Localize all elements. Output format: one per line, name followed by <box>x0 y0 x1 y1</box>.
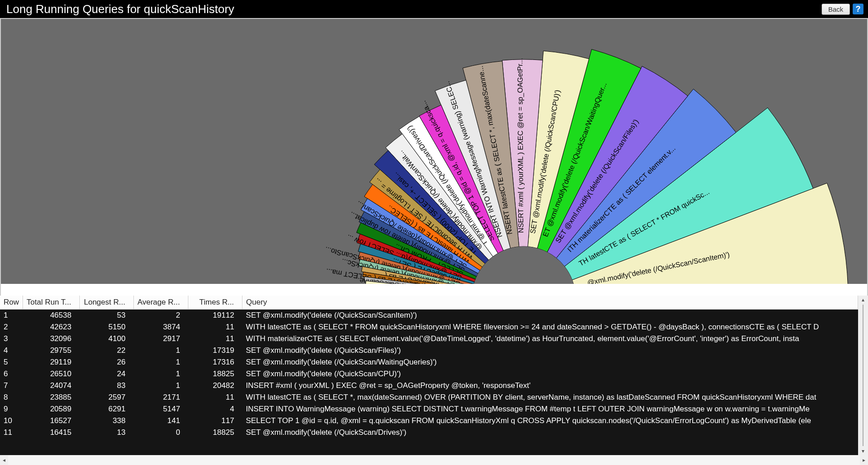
cell-num: 338 <box>79 415 133 427</box>
cell-num: 1 <box>133 356 188 368</box>
cell-num: 26510 <box>23 368 80 380</box>
cell-query: INSERT #xml ( yourXML ) EXEC @ret = sp_O… <box>242 380 858 392</box>
cell-num: 117 <box>188 415 242 427</box>
cell-query: SET @xml.modify('delete (/QuickScan/Scan… <box>242 310 858 322</box>
fan-slice-label: NSERT #xml ( yourXML ) EXEC @ret = sp_OA… <box>516 58 525 233</box>
table-row[interactable]: 111641513018825SET @xml.modify('delete (… <box>0 427 858 438</box>
cell-num: 46538 <box>23 310 80 322</box>
back-button[interactable]: Back <box>822 4 850 15</box>
column-header[interactable]: Query <box>242 296 858 310</box>
column-header[interactable]: Longest R... <box>79 296 133 310</box>
cell-num: 5150 <box>79 321 133 333</box>
cell-num: 83 <box>79 380 133 392</box>
cell-num: 53 <box>79 310 133 322</box>
cell-num: 11 <box>188 392 242 403</box>
cell-num: 4 <box>0 345 23 356</box>
table-row[interactable]: 1016527338141117SELECT TOP 1 @id = q.id,… <box>0 415 858 427</box>
cell-num: 6 <box>0 368 23 380</box>
cell-num: 5 <box>0 356 23 368</box>
scroll-track[interactable] <box>8 455 860 465</box>
help-icon[interactable]: ? <box>853 4 863 14</box>
cell-query: WITH latestCTE as ( SELECT * FROM quickS… <box>242 321 858 333</box>
cell-num: 2597 <box>79 392 133 403</box>
table-head: RowTotal Run T...Longest R...Average R..… <box>0 296 858 310</box>
table-row[interactable]: 3320964100291711WITH materializerCTE as … <box>0 333 858 345</box>
cell-num: 2171 <box>133 392 188 403</box>
cell-num: 19112 <box>188 310 242 322</box>
cell-num: 29119 <box>23 356 80 368</box>
cell-query: SELECT TOP 1 @id = q.id, @xml = q.quicks… <box>242 415 858 427</box>
table-row[interactable]: 8238852597217111WITH latestCTE as ( SELE… <box>0 392 858 403</box>
cell-num: 6291 <box>79 403 133 415</box>
cell-num: 20482 <box>188 380 242 392</box>
vertical-scrollbar[interactable]: ▴ ▾ <box>858 296 868 455</box>
cell-num: 10 <box>0 415 23 427</box>
table-body: 14653853219112SET @xml.modify('delete (/… <box>0 310 858 439</box>
cell-num: 24 <box>79 368 133 380</box>
cell-num: 22 <box>79 345 133 356</box>
table-row[interactable]: 14653853219112SET @xml.modify('delete (/… <box>0 310 858 322</box>
cell-query: WITH latestCTE as ( SELECT *, max(dateSc… <box>242 392 858 403</box>
cell-num: 29755 <box>23 345 80 356</box>
cell-num: 24074 <box>23 380 80 392</box>
cell-num: 4100 <box>79 333 133 345</box>
cell-num: 11 <box>188 321 242 333</box>
column-header[interactable]: Row <box>0 296 23 310</box>
header-actions: Back ? <box>822 4 863 15</box>
scroll-left-arrow[interactable]: ◂ <box>0 457 8 463</box>
cell-num: 2917 <box>133 333 188 345</box>
table-row[interactable]: 62651024118825SET @xml.modify('delete (/… <box>0 368 858 380</box>
cell-num: 13 <box>79 427 133 438</box>
title-bar: Long Running Queries for quickScanHistor… <box>0 0 868 18</box>
table-row[interactable]: 2426235150387411WITH latestCTE as ( SELE… <box>0 321 858 333</box>
cell-num: 3874 <box>133 321 188 333</box>
cell-num: 11 <box>0 427 23 438</box>
cell-query: WITH materializerCTE as ( SELECT element… <box>242 333 858 345</box>
cell-query: SET @xml.modify('delete (/QuickScan/Driv… <box>242 427 858 438</box>
page-title: Long Running Queries for quickScanHistor… <box>6 2 234 16</box>
cell-num: 26 <box>79 356 133 368</box>
cell-num: 16415 <box>23 427 80 438</box>
cell-num: 18825 <box>188 427 242 438</box>
fan-chart[interactable]: @xml.modify('delete (/QuickScan/ScanItem… <box>1 19 866 284</box>
cell-num: 42623 <box>23 321 80 333</box>
cell-num: 3 <box>0 333 23 345</box>
table-row[interactable]: 72407483120482INSERT #xml ( yourXML ) EX… <box>0 380 858 392</box>
column-header[interactable]: Times R... <box>188 296 242 310</box>
cell-query: SET @xml.modify('delete (/QuickScan/Wait… <box>242 356 858 368</box>
cell-num: 16527 <box>23 415 80 427</box>
column-header[interactable]: Average R... <box>133 296 188 310</box>
cell-num: 4 <box>188 403 242 415</box>
cell-num: 18825 <box>188 368 242 380</box>
horizontal-scrollbar[interactable]: ◂ ▸ <box>0 455 868 465</box>
scroll-up-arrow[interactable]: ▴ <box>862 296 864 304</box>
scroll-down-arrow[interactable]: ▾ <box>862 447 864 455</box>
table-row[interactable]: 42975522117319SET @xml.modify('delete (/… <box>0 345 858 356</box>
scroll-right-arrow[interactable]: ▸ <box>860 457 868 463</box>
cell-num: 0 <box>133 427 188 438</box>
cell-num: 17319 <box>188 345 242 356</box>
cell-num: 20589 <box>23 403 80 415</box>
cell-query: SET @xml.modify('delete (/QuickScan/CPU)… <box>242 368 858 380</box>
cell-query: INSERT INTO WarningMessage (warning) SEL… <box>242 403 858 415</box>
cell-num: 8 <box>0 392 23 403</box>
scroll-thumb[interactable] <box>863 305 863 446</box>
cell-num: 7 <box>0 380 23 392</box>
cell-num: 5147 <box>133 403 188 415</box>
column-header[interactable]: Total Run T... <box>23 296 80 310</box>
table-row[interactable]: 52911926117316SET @xml.modify('delete (/… <box>0 356 858 368</box>
cell-num: 23885 <box>23 392 80 403</box>
data-table-panel: RowTotal Run T...Longest R...Average R..… <box>0 296 868 465</box>
cell-num: 11 <box>188 333 242 345</box>
cell-num: 141 <box>133 415 188 427</box>
cell-num: 1 <box>133 345 188 356</box>
cell-num: 1 <box>133 368 188 380</box>
cell-num: 1 <box>133 380 188 392</box>
table-row[interactable]: 920589629151474INSERT INTO WarningMessag… <box>0 403 858 415</box>
cell-num: 9 <box>0 403 23 415</box>
cell-num: 17316 <box>188 356 242 368</box>
cell-query: SET @xml.modify('delete (/QuickScan/File… <box>242 345 858 356</box>
cell-num: 32096 <box>23 333 80 345</box>
cell-num: 1 <box>0 310 23 322</box>
query-table: RowTotal Run T...Longest R...Average R..… <box>0 296 858 438</box>
